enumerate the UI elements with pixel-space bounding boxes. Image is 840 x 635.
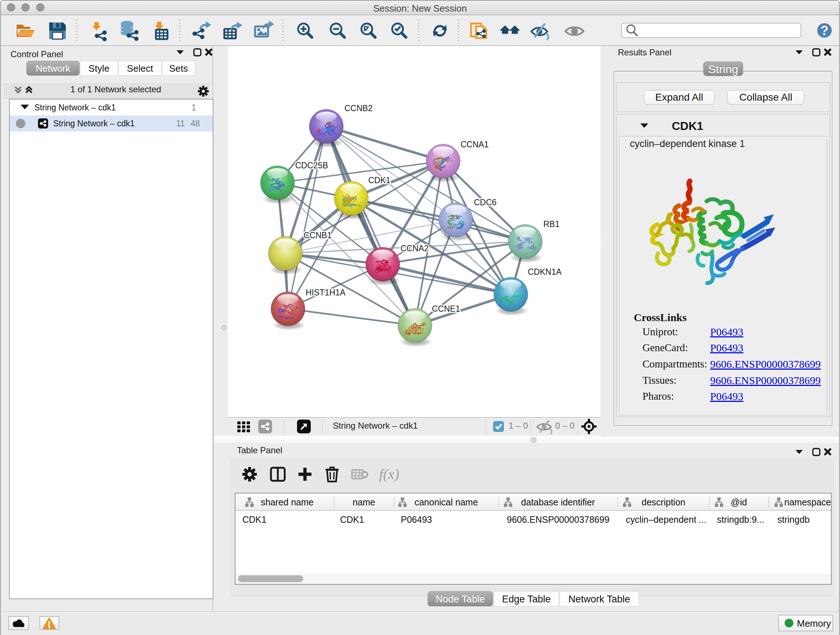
svg-text:CCNB1: CCNB1 xyxy=(303,231,332,240)
svg-text:CCNE1: CCNE1 xyxy=(432,304,460,314)
svg-text:CCNA1: CCNA1 xyxy=(461,140,489,149)
svg-text:CDKN1A: CDKN1A xyxy=(528,267,562,277)
svg-text:RB1: RB1 xyxy=(543,219,560,229)
svg-text:CDK1: CDK1 xyxy=(368,176,390,185)
svg-text:HIST1H1A: HIST1H1A xyxy=(306,288,346,297)
svg-text:CDC25B: CDC25B xyxy=(295,161,328,170)
svg-text:f(x): f(x) xyxy=(379,466,399,482)
svg-text:CCNB2: CCNB2 xyxy=(344,103,373,113)
svg-text:CCNA2: CCNA2 xyxy=(401,244,429,253)
svg-text:?: ? xyxy=(821,23,829,38)
svg-text:CDC6: CDC6 xyxy=(474,198,497,207)
